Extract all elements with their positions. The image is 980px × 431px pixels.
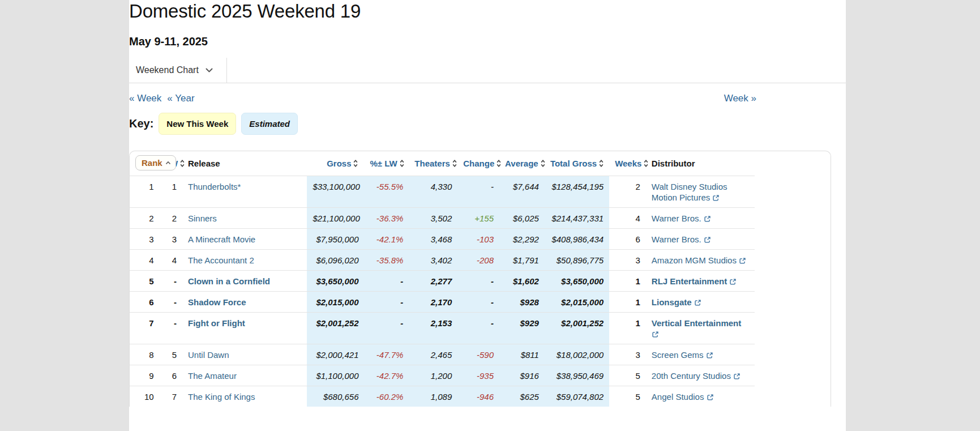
total-gross-cell: $18,002,000 (545, 344, 609, 365)
week-navigation: « Week « Year Week » (129, 93, 756, 104)
lw-cell: 5 (160, 344, 182, 365)
lw-cell: 2 (160, 208, 182, 229)
average-cell: $625 (499, 386, 545, 407)
gross-cell: $7,950,000 (307, 229, 364, 250)
release-cell: The Amateur (182, 365, 307, 386)
rank-cell: 10 (130, 386, 160, 407)
gross-cell: $680,656 (307, 386, 364, 407)
external-link-icon (739, 257, 746, 264)
gross-cell: $1,100,000 (307, 365, 364, 386)
table-row: 6 - Shadow Force $2,015,000 - 2,170 - $9… (130, 292, 755, 313)
lw-cell: - (160, 271, 182, 292)
external-link-icon (706, 352, 713, 359)
sort-both-icon[interactable] (643, 159, 649, 168)
release-link[interactable]: Thunderbolts* (188, 182, 241, 191)
change-cell: -590 (457, 344, 499, 365)
distributor-link[interactable]: Amazon MGM Studios (652, 255, 746, 265)
sort-header-change[interactable]: Change (463, 159, 494, 168)
distributor-link[interactable]: Walt Disney Studios Motion Pictures (652, 182, 727, 202)
chart-tab-bar: Weekend Chart (129, 58, 846, 83)
distributor-link[interactable]: RLJ Entertainment (652, 276, 737, 286)
table-row: 5 - Clown in a Cornfield $3,650,000 - 2,… (130, 271, 755, 292)
release-link[interactable]: A Minecraft Movie (188, 234, 255, 244)
sort-both-icon[interactable] (496, 159, 502, 168)
key-estimated-badge: Estimated (241, 113, 298, 135)
page-content: Domestic 2025 Weekend 19 May 9-11, 2025 … (129, 0, 846, 431)
theaters-cell: 2,465 (409, 344, 457, 365)
release-link[interactable]: The Accountant 2 (188, 255, 254, 265)
sort-both-icon[interactable] (452, 159, 457, 168)
distributor-link[interactable]: Screen Gems (652, 350, 713, 360)
total-gross-cell: $2,001,252 (545, 313, 609, 344)
weekend-chart-dropdown[interactable]: Weekend Chart (129, 58, 227, 83)
distributor-cell: Lionsgate (646, 292, 755, 313)
sort-header-gross[interactable]: Gross (327, 159, 351, 168)
table-header-row: Rank LW Release Gross %± LW Theaters Cha… (130, 152, 755, 176)
sort-header-pct-lw[interactable]: %± LW (370, 159, 397, 168)
next-week-link[interactable]: Week » (724, 93, 756, 104)
weeks-cell: 3 (609, 250, 646, 271)
legend-key: Key: New This Week Estimated (129, 113, 756, 135)
pct-lw-cell: -35.8% (364, 250, 409, 271)
external-link-icon (704, 236, 711, 244)
header-distributor: Distributor (652, 159, 695, 168)
sort-header-rank[interactable]: Rank (135, 155, 176, 170)
release-link[interactable]: The Amateur (188, 371, 237, 381)
distributor-cell: 20th Century Studios (646, 365, 755, 386)
sort-both-icon[interactable] (399, 159, 405, 168)
total-gross-cell: $38,950,469 (545, 365, 609, 386)
weeks-cell: 5 (609, 365, 646, 386)
release-link[interactable]: The King of Kings (188, 392, 255, 402)
rank-cell: 7 (130, 313, 160, 344)
weeks-cell: 5 (609, 386, 646, 407)
release-cell: Until Dawn (182, 344, 307, 365)
theaters-cell: 1,089 (409, 386, 457, 407)
distributor-link[interactable]: Lionsgate (652, 297, 701, 307)
average-cell: $6,025 (499, 208, 545, 229)
sort-header-average[interactable]: Average (505, 159, 538, 168)
release-cell: Fight or Flight (182, 313, 307, 344)
table-row: 2 2 Sinners $21,100,000 -36.3% 3,502 +15… (130, 208, 755, 229)
sort-header-weeks[interactable]: Weeks (615, 159, 641, 168)
average-cell: $1,791 (499, 250, 545, 271)
prev-year-link[interactable]: « Year (167, 93, 194, 104)
sort-header-total-gross[interactable]: Total Gross (550, 159, 597, 168)
release-link[interactable]: Sinners (188, 214, 217, 223)
lw-cell: - (160, 313, 182, 344)
lw-cell: 4 (160, 250, 182, 271)
release-link[interactable]: Clown in a Cornfield (188, 276, 270, 286)
pct-lw-cell: - (364, 292, 409, 313)
release-link[interactable]: Fight or Flight (188, 318, 245, 328)
distributor-cell: Walt Disney Studios Motion Pictures (646, 176, 755, 208)
gross-cell: $3,650,000 (307, 271, 364, 292)
distributor-link[interactable]: Warner Bros. (652, 234, 711, 244)
sort-both-icon[interactable] (179, 159, 185, 168)
distributor-cell: RLJ Entertainment (646, 271, 755, 292)
sort-both-icon[interactable] (540, 159, 546, 168)
distributor-link[interactable]: Angel Studios (652, 392, 714, 402)
prev-week-link[interactable]: « Week (129, 93, 161, 104)
pct-lw-cell: - (364, 271, 409, 292)
table-row: 7 - Fight or Flight $2,001,252 - 2,153 -… (130, 313, 755, 344)
sort-header-theaters[interactable]: Theaters (414, 159, 450, 168)
weekend-chart-table-container: Rank LW Release Gross %± LW Theaters Cha… (129, 151, 831, 407)
distributor-cell: Amazon MGM Studios (646, 250, 755, 271)
change-cell: - (457, 271, 499, 292)
theaters-cell: 3,402 (409, 250, 457, 271)
distributor-link[interactable]: Warner Bros. (652, 214, 711, 223)
external-link-icon (704, 215, 711, 223)
distributor-cell: Angel Studios (646, 386, 755, 407)
change-cell: +155 (457, 208, 499, 229)
weeks-cell: 3 (609, 344, 646, 365)
table-row: 1 1 Thunderbolts* $33,100,000 -55.5% 4,3… (130, 176, 755, 208)
release-link[interactable]: Shadow Force (188, 297, 246, 307)
weekend-chart-table: Rank LW Release Gross %± LW Theaters Cha… (130, 152, 755, 407)
distributor-link[interactable]: Vertical Entertainment (652, 318, 741, 339)
page-title: Domestic 2025 Weekend 19 (129, 0, 756, 23)
chevron-down-icon (206, 68, 213, 72)
sort-asc-icon (165, 161, 171, 165)
sort-both-icon[interactable] (353, 159, 358, 168)
sort-both-icon[interactable] (598, 159, 604, 168)
release-link[interactable]: Until Dawn (188, 350, 229, 360)
distributor-link[interactable]: 20th Century Studios (652, 371, 741, 381)
